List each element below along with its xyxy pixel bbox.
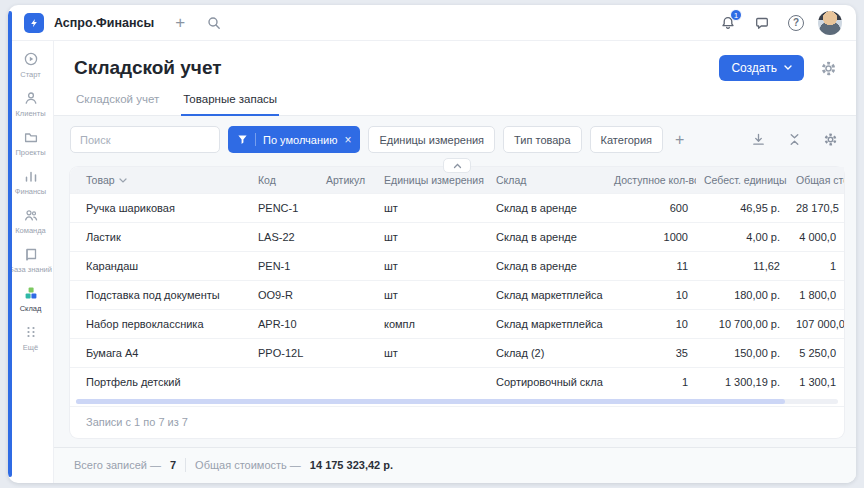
cell-code: PEN-1 xyxy=(250,252,318,281)
team-icon xyxy=(23,207,39,223)
records-info: Записи с 1 по 7 из 7 xyxy=(70,406,844,438)
cell-warehouse: Склад в аренде xyxy=(488,223,606,252)
download-icon xyxy=(751,132,766,147)
more-icon xyxy=(23,324,39,340)
sidebar-item-label: Ещё xyxy=(23,343,38,352)
column-header-warehouse[interactable]: Склад xyxy=(488,167,606,194)
table-row[interactable]: Набор первоклассникаAPR-10комплСклад мар… xyxy=(70,310,844,339)
sidebar-item-warehouse[interactable]: Склад xyxy=(8,285,53,313)
filter-units-button[interactable]: Единицы измерения xyxy=(368,126,495,153)
horizontal-scrollbar[interactable] xyxy=(76,399,838,404)
total-cost-value: 14 175 323,42 р. xyxy=(310,459,393,471)
sidebar-item-start[interactable]: Старт xyxy=(8,51,53,79)
scrollbar-thumb[interactable] xyxy=(76,399,785,404)
sidebar-item-label: Финансы xyxy=(15,187,47,196)
sidebar-item-more[interactable]: Ещё xyxy=(8,324,53,352)
cell-name: Подставка под документы xyxy=(70,281,250,310)
cell-name: Карандаш xyxy=(70,252,250,281)
gear-icon xyxy=(823,132,838,147)
create-button[interactable]: Создать xyxy=(719,55,804,81)
cell-unit_cost: 4,00 р. xyxy=(696,223,788,252)
cell-warehouse: Сортировочный скла xyxy=(488,368,606,397)
chat-button[interactable] xyxy=(750,11,774,35)
cell-warehouse: Склад (2) xyxy=(488,339,606,368)
tab-warehouse-accounting[interactable]: Складской учет xyxy=(74,93,161,116)
table-row[interactable]: Бумага А4PPO-12LштСклад (2)35150,00 р.5 … xyxy=(70,339,844,368)
cell-unit_cost: 46,95 р. xyxy=(696,194,788,223)
cell-unit_cost: 180,00 р. xyxy=(696,281,788,310)
chip-divider xyxy=(255,133,256,146)
sidebar-item-projects[interactable]: Проекты xyxy=(8,129,53,157)
cell-qty: 11 xyxy=(606,252,696,281)
sidebar-item-label: Команда xyxy=(15,226,46,235)
close-icon[interactable]: × xyxy=(344,133,351,147)
tab-bar: Складской учет Товарные запасы xyxy=(54,93,856,116)
table-row[interactable]: Портфель детскийСортировочный скла11 300… xyxy=(70,368,844,397)
logo-glyph xyxy=(28,17,40,29)
column-header-units[interactable]: Единицы измерения xyxy=(376,167,488,194)
cell-unit xyxy=(376,368,488,397)
cell-code: OO9-R xyxy=(250,281,318,310)
column-header-code[interactable]: Код xyxy=(250,167,318,194)
sidebar: Старт Клиенты Проекты Финансы xyxy=(8,41,54,483)
plus-icon: + xyxy=(175,14,185,31)
cell-unit_cost: 11,62 xyxy=(696,252,788,281)
start-icon xyxy=(23,51,39,67)
app-window: Аспро.Финансы + 1 ? xyxy=(8,5,856,483)
cell-qty: 10 xyxy=(606,310,696,339)
collapse-table-button[interactable] xyxy=(443,158,471,173)
sidebar-item-clients[interactable]: Клиенты xyxy=(8,90,53,118)
column-header-unit-cost[interactable]: Себест. единицы xyxy=(696,167,788,194)
add-filter-button[interactable]: + xyxy=(671,131,688,149)
table-row[interactable]: Ручка шариковаяPENC-1штСклад в аренде600… xyxy=(70,194,844,223)
cell-unit: шт xyxy=(376,194,488,223)
sidebar-item-team[interactable]: Команда xyxy=(8,207,53,235)
quick-add-button[interactable]: + xyxy=(168,11,192,35)
cell-article xyxy=(318,310,376,339)
stock-table-card: Товар Код Артикул Единицы измерения Скла… xyxy=(70,167,844,438)
cell-warehouse: Склад в аренде xyxy=(488,194,606,223)
cell-unit: компл xyxy=(376,310,488,339)
projects-icon xyxy=(23,129,39,145)
chip-label: По умолчанию xyxy=(263,134,337,146)
sidebar-item-finance[interactable]: Финансы xyxy=(8,168,53,196)
column-header-product[interactable]: Товар xyxy=(70,167,250,194)
column-header-article[interactable]: Артикул xyxy=(318,167,376,194)
sidebar-item-label: Проекты xyxy=(15,148,45,157)
filter-product-type-button[interactable]: Тип товара xyxy=(503,126,582,153)
default-filter-chip[interactable]: По умолчанию × xyxy=(228,126,360,153)
cell-name: Набор первоклассника xyxy=(70,310,250,339)
notifications-button[interactable]: 1 xyxy=(716,11,740,35)
notification-badge: 1 xyxy=(730,9,742,21)
search-input[interactable] xyxy=(70,126,220,153)
app-name: Аспро.Финансы xyxy=(54,16,154,30)
clients-icon xyxy=(23,90,39,106)
collapse-rows-button[interactable] xyxy=(782,128,806,152)
cell-code: PPO-12L xyxy=(250,339,318,368)
column-header-total-cost[interactable]: Общая стоимость xyxy=(788,167,844,194)
table-row[interactable]: ЛастикLAS-22штСклад в аренде10004,00 р.4… xyxy=(70,223,844,252)
table-settings-button[interactable] xyxy=(818,128,842,152)
help-button[interactable]: ? xyxy=(784,11,808,35)
table-row[interactable]: Подставка под документыOO9-RштСклад марк… xyxy=(70,281,844,310)
summary-bar: Всего записей — 7 Общая стоимость — 14 1… xyxy=(54,447,856,483)
cell-total: 28 170,5 xyxy=(788,194,844,223)
table-row[interactable]: КарандашPEN-1штСклад в аренде1111,621 xyxy=(70,252,844,281)
sidebar-item-label: База знаний xyxy=(9,265,52,274)
cell-unit_cost: 150,00 р. xyxy=(696,339,788,368)
cell-unit: шт xyxy=(376,281,488,310)
sidebar-item-label: Склад xyxy=(20,304,42,313)
cell-qty: 35 xyxy=(606,339,696,368)
page-settings-button[interactable] xyxy=(816,56,840,80)
cell-code: APR-10 xyxy=(250,310,318,339)
cell-article xyxy=(318,194,376,223)
tab-stock[interactable]: Товарные запасы xyxy=(181,93,279,116)
global-search-button[interactable] xyxy=(202,11,226,35)
filter-category-button[interactable]: Категория xyxy=(590,126,663,153)
avatar[interactable] xyxy=(818,11,842,35)
export-button[interactable] xyxy=(746,128,770,152)
column-header-available-qty[interactable]: Доступное кол-во xyxy=(606,167,696,194)
sidebar-item-knowledge-base[interactable]: База знаний xyxy=(8,246,53,274)
table-body: Ручка шариковаяPENC-1штСклад в аренде600… xyxy=(70,194,844,397)
cell-name: Бумага А4 xyxy=(70,339,250,368)
